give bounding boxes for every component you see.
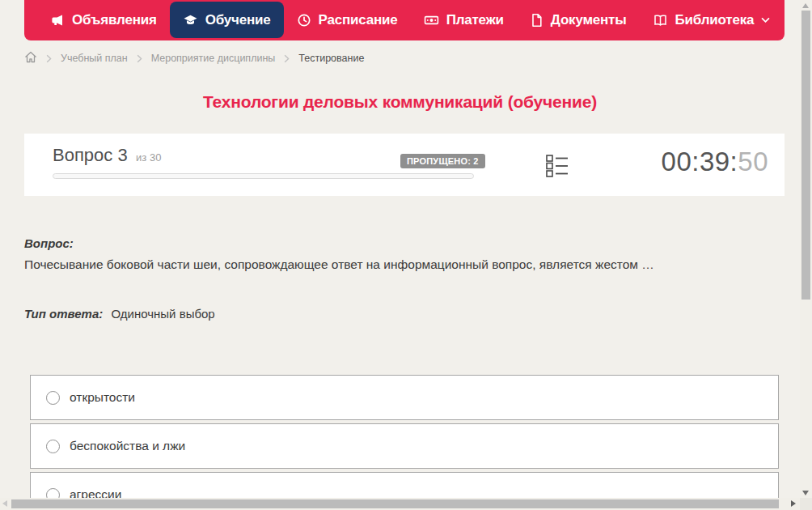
nav-item-label: Расписание (319, 12, 398, 28)
radio-button[interactable] (46, 391, 60, 405)
nav-item-library[interactable]: Библиотека (640, 0, 784, 40)
question-total: из 30 (136, 151, 161, 164)
skipped-badge: ПРОПУЩЕНО: 2 (400, 154, 485, 168)
answer-type-label: Тип ответа: (24, 307, 103, 321)
megaphone-icon (50, 13, 65, 28)
scroll-right-arrow-icon[interactable] (791, 500, 796, 507)
chevron-right-icon (284, 54, 290, 63)
home-icon (24, 54, 37, 66)
nav-item-payments[interactable]: Платежи (411, 0, 517, 40)
banknote-icon (424, 13, 439, 28)
answer-option[interactable]: открытости (30, 375, 779, 420)
countdown-timer: 00:39:50 (662, 147, 768, 177)
answer-option[interactable]: беспокойства и лжи (30, 423, 779, 469)
horizontal-scrollbar[interactable] (0, 498, 800, 510)
chevron-down-icon (761, 17, 770, 23)
timer-seconds: 50 (738, 147, 768, 176)
option-label: беспокойства и лжи (70, 439, 185, 453)
question-number: Вопрос 3 (53, 145, 128, 165)
horizontal-scrollbar-thumb[interactable] (11, 499, 779, 508)
nav-item-label: Документы (551, 12, 627, 28)
nav-item-label: Библиотека (675, 12, 755, 28)
nav-item-announcements[interactable]: Объявления (37, 0, 170, 40)
list-icon (546, 154, 569, 181)
nav-item-learning[interactable]: Обучение (170, 2, 284, 38)
breadcrumb-curriculum[interactable]: Учебный план (61, 53, 128, 64)
nav-item-schedule[interactable]: Расписание (284, 0, 411, 40)
vertical-scrollbar[interactable] (800, 0, 812, 498)
question-counter: Вопрос 3 из 30 (53, 145, 161, 166)
scroll-down-arrow-icon[interactable] (802, 491, 809, 495)
nav-item-label: Объявления (72, 12, 157, 28)
breadcrumb-testing: Тестирование (298, 53, 364, 64)
timer-hours-minutes: 00:39: (662, 147, 738, 176)
radio-button[interactable] (46, 440, 60, 453)
clock-icon (297, 13, 311, 28)
answer-type-row: Тип ответа: Одиночный выбор (24, 307, 215, 321)
question-heading: Вопрос: (24, 236, 74, 250)
graduation-cap-icon (183, 13, 198, 28)
quiz-header-panel: Вопрос 3 из 30 ПРОПУЩЕНО: 2 00:39:50 (24, 134, 785, 196)
scrollbar-corner (800, 498, 812, 510)
answer-options-list: открытости беспокойства и лжи агрессии (30, 375, 779, 510)
breadcrumb: Учебный план Мероприятие дисциплины Тест… (24, 50, 364, 66)
quiz-progress-bar (53, 173, 474, 179)
breadcrumb-home[interactable] (24, 51, 37, 66)
chevron-right-icon (46, 54, 52, 63)
option-label: открытости (70, 390, 135, 405)
nav-item-label: Обучение (205, 12, 271, 28)
chevron-right-icon (137, 54, 142, 63)
vertical-scrollbar-thumb[interactable] (801, 11, 810, 300)
question-text: Почесывание боковой части шеи, сопровожд… (24, 257, 752, 272)
nav-item-label: Платежи (446, 12, 504, 28)
page-title: Технологии деловых коммуникаций (обучени… (0, 92, 800, 112)
main-navbar: Объявления Обучение Расписание Платежи Д… (24, 0, 785, 40)
question-list-button[interactable] (545, 155, 569, 181)
nav-item-documents[interactable]: Документы (517, 0, 640, 40)
document-icon (530, 13, 543, 28)
scroll-up-arrow-icon[interactable] (802, 3, 809, 8)
book-icon (653, 13, 668, 28)
breadcrumb-discipline-event[interactable]: Мероприятие дисциплины (151, 53, 276, 64)
answer-type-value: Одиночный выбор (111, 307, 214, 321)
scroll-left-arrow-icon[interactable] (2, 500, 7, 507)
